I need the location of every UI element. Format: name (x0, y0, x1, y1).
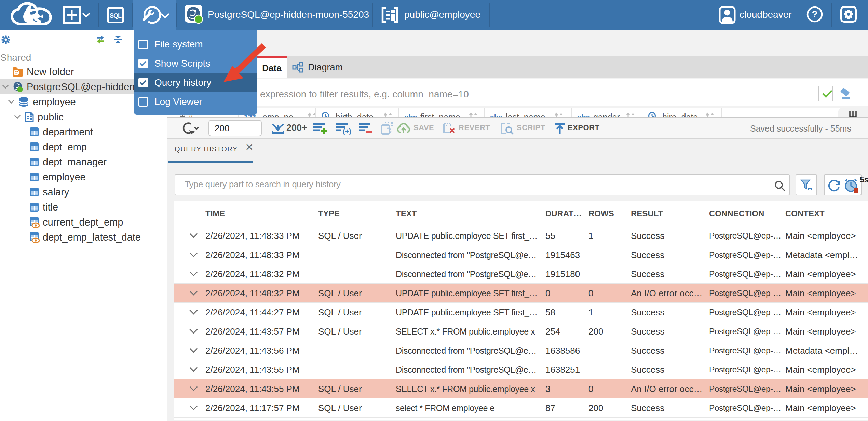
svg-text:(+): (+) (343, 127, 351, 135)
svg-text:?: ? (812, 9, 817, 19)
svg-text:SQL: SQL (110, 12, 122, 19)
